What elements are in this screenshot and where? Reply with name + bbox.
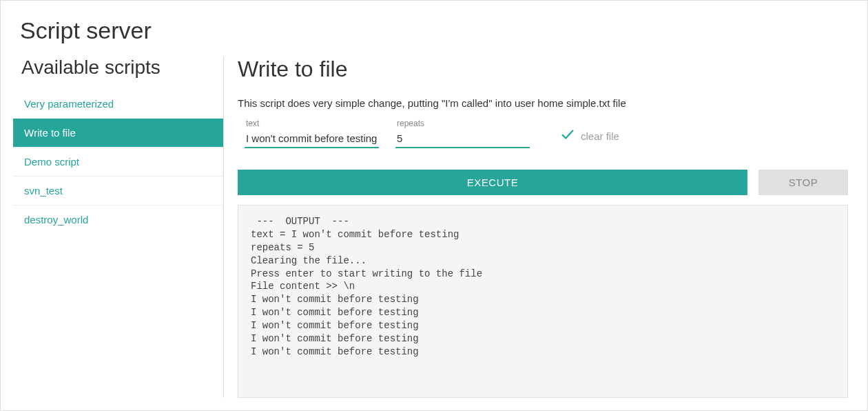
- script-list: Very parameterized Write to file Demo sc…: [13, 90, 223, 234]
- main-panel: Write to file This script does very simp…: [238, 57, 848, 398]
- sidebar: Available scripts Very parameterized Wri…: [20, 57, 224, 398]
- sidebar-item-write-to-file[interactable]: Write to file: [13, 119, 223, 148]
- app-body: Available scripts Very parameterized Wri…: [20, 57, 848, 398]
- buttons-row: Execute Stop: [238, 170, 848, 195]
- script-description: This script does very simple change, put…: [238, 97, 848, 109]
- field-repeats-label: repeats: [395, 119, 530, 128]
- field-text-label: text: [245, 119, 379, 128]
- params-row: text repeats clear file: [238, 119, 848, 148]
- execute-button[interactable]: Execute: [238, 170, 747, 195]
- field-text: text: [245, 119, 379, 148]
- app-title: Script server: [20, 17, 848, 44]
- output-panel: --- OUTPUT --- text = I won't commit bef…: [238, 205, 848, 398]
- sidebar-item-destroy-world[interactable]: destroy_world: [13, 206, 223, 234]
- sidebar-title: Available scripts: [20, 57, 223, 79]
- clear-file-checkbox[interactable]: clear file: [560, 127, 619, 148]
- page-title: Write to file: [238, 57, 848, 82]
- check-icon: [560, 127, 575, 145]
- repeats-input[interactable]: [395, 130, 530, 148]
- field-repeats: repeats: [395, 119, 530, 148]
- sidebar-item-very-parameterized[interactable]: Very parameterized: [13, 90, 223, 119]
- sidebar-item-demo-script[interactable]: Demo script: [13, 148, 223, 177]
- app-window: Script server Available scripts Very par…: [0, 0, 868, 411]
- stop-button[interactable]: Stop: [758, 170, 848, 195]
- sidebar-item-svn-test[interactable]: svn_test: [13, 177, 223, 206]
- clear-file-label: clear file: [581, 130, 619, 142]
- text-input[interactable]: [245, 130, 379, 148]
